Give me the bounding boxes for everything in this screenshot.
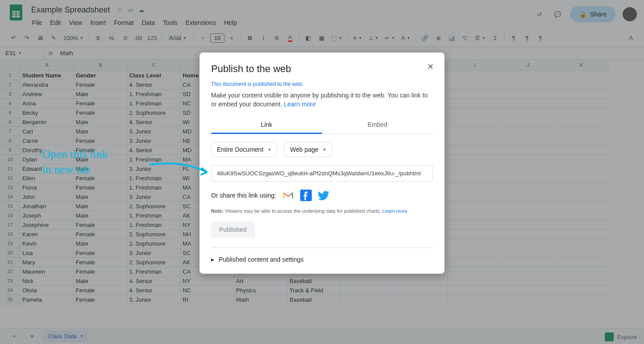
published-button[interactable]: Published xyxy=(211,222,255,238)
learn-more-link[interactable]: Learn more xyxy=(284,101,316,108)
publish-url-field[interactable]: 48uK9SwSUOCSzgasWO_q8eukH-aPf2dnQMs3qWaI… xyxy=(211,165,433,182)
close-button[interactable]: ✕ xyxy=(425,61,436,72)
publish-status: This document is published to the web. xyxy=(211,81,433,87)
twitter-icon[interactable] xyxy=(318,190,330,201)
facebook-icon[interactable] xyxy=(300,190,312,201)
document-scope-dropdown[interactable]: Entire Document▼ xyxy=(211,142,277,157)
publish-dialog: ✕ Publish to the web This document is pu… xyxy=(200,53,444,274)
dialog-description: Make your content visible to anyone by p… xyxy=(211,91,433,109)
published-settings-expander[interactable]: ▸ Published content and settings xyxy=(211,256,433,263)
note-learn-more-link[interactable]: Learn more xyxy=(382,208,407,214)
dialog-title: Publish to the web xyxy=(211,63,433,75)
tab-embed[interactable]: Embed xyxy=(322,117,433,134)
note-text: Note: Viewers may be able to access the … xyxy=(211,208,433,214)
chevron-right-icon: ▸ xyxy=(211,256,214,263)
gmail-icon[interactable] xyxy=(282,190,294,201)
tab-link[interactable]: Link xyxy=(211,117,322,134)
format-dropdown[interactable]: Web page▼ xyxy=(284,142,332,157)
share-via-label: Or share this link using: xyxy=(211,192,276,199)
